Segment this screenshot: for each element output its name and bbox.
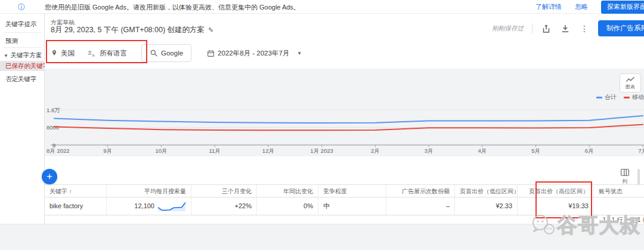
date-range-filter[interactable]: 2022年8月 - 2023年7月 ▼ bbox=[207, 49, 302, 58]
svg-text:2月: 2月 bbox=[371, 147, 380, 154]
cell-three-month-change: +22% bbox=[191, 197, 256, 215]
svg-text:4月: 4月 bbox=[478, 147, 487, 154]
trend-chart-panel: 1.6万800008月 20229月10月11月12月1月 20232月3月4月… bbox=[45, 69, 644, 156]
table-row[interactable]: bike factory 12,100 +22% 0% 中 – ¥2.33 ¥1… bbox=[45, 197, 644, 215]
cell-avg-monthly-searches: 12,100 bbox=[106, 197, 191, 215]
legend-total[interactable]: 合计 bbox=[596, 93, 617, 101]
header-keyword[interactable]: 关键字↑ bbox=[45, 185, 106, 197]
dismiss-link[interactable]: 忽略 bbox=[575, 2, 588, 11]
sort-ascending-icon: ↑ bbox=[69, 189, 72, 195]
svg-text:1月 2023: 1月 2023 bbox=[310, 147, 333, 154]
header-three-month-change[interactable]: 三个月变化 bbox=[191, 185, 256, 197]
cell-ad-impression-share: – bbox=[386, 197, 454, 215]
svg-text:8月 2022: 8月 2022 bbox=[47, 147, 70, 154]
pagination-label: 1 - 1 行，共 1 行 bbox=[602, 216, 644, 224]
keywords-table: 关键字↑ 平均每月搜索量 三个月变化 年同比变化 竞争程度 广告展示次数份额 页… bbox=[45, 184, 644, 215]
svg-text:12月: 12月 bbox=[262, 147, 274, 154]
header-account-status[interactable]: 账号状态 bbox=[593, 185, 644, 197]
add-keywords-button[interactable]: + bbox=[42, 169, 57, 184]
svg-text:11月: 11月 bbox=[209, 147, 220, 154]
explore-new-ui-button[interactable]: 探索新版界面 bbox=[601, 1, 644, 14]
download-icon[interactable] bbox=[560, 23, 571, 34]
more-options-icon[interactable]: ⋮ bbox=[579, 24, 590, 33]
svg-text:7月: 7月 bbox=[639, 147, 644, 154]
line-chart-icon bbox=[626, 76, 635, 83]
cell-account-status bbox=[593, 197, 644, 215]
filter-bar: 美国 文 A 所有语言 Google 2022年8月 - 2023年7月 ▼ bbox=[51, 44, 302, 62]
svg-text:5月: 5月 bbox=[531, 147, 540, 154]
search-network-icon bbox=[150, 49, 158, 57]
location-filter[interactable]: 美国 bbox=[51, 49, 75, 58]
sidebar-item-negative-keywords[interactable]: 否定关键字 bbox=[0, 74, 45, 84]
svg-text:1.6万: 1.6万 bbox=[47, 107, 60, 113]
sidebar-item-saved-keywords[interactable]: 已保存的关键字 bbox=[0, 61, 45, 71]
cell-yoy-change: 0% bbox=[256, 197, 318, 215]
language-filter[interactable]: 文 A 所有语言 bbox=[88, 49, 127, 58]
header-top-bid-low[interactable]: 页首出价（低位区间） bbox=[454, 185, 517, 197]
sidebar-item-keyword-plan[interactable]: ▼ 关键字方案 bbox=[0, 50, 45, 60]
cell-keyword: bike factory bbox=[45, 197, 106, 215]
svg-text:9月: 9月 bbox=[103, 147, 112, 154]
network-filter[interactable]: Google bbox=[141, 44, 191, 62]
banner-text: 您使用的是旧版 Google Ads。请改用新版，以体验更高效、信息更集中的 G… bbox=[45, 3, 300, 12]
table-header-row: 关键字↑ 平均每月搜索量 三个月变化 年同比变化 竞争程度 广告展示次数份额 页… bbox=[45, 184, 644, 197]
columns-icon bbox=[621, 169, 629, 176]
svg-text:A: A bbox=[92, 53, 95, 57]
cell-competition: 中 bbox=[318, 197, 386, 215]
calendar-icon bbox=[207, 50, 215, 57]
header-yoy-change[interactable]: 年同比变化 bbox=[256, 185, 318, 197]
info-icon: ⓘ bbox=[18, 2, 25, 13]
legend-swatch bbox=[624, 97, 630, 98]
share-icon[interactable] bbox=[541, 23, 552, 34]
plan-title: 8月 29, 2023, 5 下午 (GMT+08:00) 创建的方案✎ bbox=[51, 25, 213, 35]
cell-top-bid-high: ¥19.33 bbox=[517, 197, 593, 215]
svg-text:文: 文 bbox=[88, 50, 92, 55]
translate-icon: 文 A bbox=[88, 50, 97, 57]
saved-status: 刚刚保存过 bbox=[493, 24, 524, 33]
vertical-scrollbar-thumb[interactable] bbox=[637, 169, 640, 185]
header-avg-monthly-searches[interactable]: 平均每月搜索量 bbox=[106, 185, 191, 197]
edit-pencil-icon[interactable]: ✎ bbox=[208, 26, 213, 33]
svg-text:6月: 6月 bbox=[585, 147, 594, 154]
search-volume-line-chart: 1.6万800008月 20229月10月11月12月1月 20232月3月4月… bbox=[45, 69, 644, 156]
sidebar-item-forecasts[interactable]: 预测 bbox=[0, 36, 45, 46]
header-ad-impression-share[interactable]: 广告展示次数份额 bbox=[386, 185, 454, 197]
svg-text:3月: 3月 bbox=[425, 147, 434, 154]
sidebar-divider bbox=[4, 47, 41, 48]
header-competition[interactable]: 竞争程度 bbox=[318, 185, 386, 197]
plan-actions: 刚刚保存过 ⋮ 制作广告系列 bbox=[493, 20, 644, 36]
search-trend-sparkline bbox=[157, 201, 186, 212]
cell-top-bid-low: ¥2.33 bbox=[454, 197, 517, 215]
svg-text:10月: 10月 bbox=[155, 147, 167, 154]
sidebar-divider bbox=[4, 32, 41, 33]
chart-legend: 合计 移动设备 bbox=[596, 93, 644, 101]
old-version-banner: ⓘ 您使用的是旧版 Google Ads。请改用新版，以体验更高效、信息更集中的… bbox=[0, 0, 644, 14]
banner-actions: 了解详情 忽略 探索新版界面 bbox=[535, 0, 644, 14]
columns-control[interactable]: 列 bbox=[618, 169, 631, 186]
learn-more-link[interactable]: 了解详情 bbox=[535, 2, 562, 11]
header-top-bid-high[interactable]: 页首出价（高位区间） bbox=[517, 185, 593, 197]
create-campaign-button[interactable]: 制作广告系列 bbox=[598, 20, 644, 36]
bottom-strip bbox=[0, 224, 644, 250]
location-pin-icon bbox=[51, 49, 58, 57]
sidebar-item-keyword-ideas[interactable]: 关键字提示 bbox=[0, 19, 45, 29]
legend-swatch bbox=[596, 97, 602, 98]
chevron-down-icon: ▼ bbox=[4, 53, 8, 58]
sidebar: 关键字提示 预测 ▼ 关键字方案 已保存的关键字 否定关键字 bbox=[0, 14, 45, 224]
divider bbox=[532, 23, 532, 34]
chevron-down-icon: ▼ bbox=[297, 51, 302, 56]
chart-type-button[interactable]: 图表 bbox=[620, 73, 641, 92]
legend-mobile[interactable]: 移动设备 bbox=[624, 93, 644, 101]
google-ads-keyword-planner: ⓘ 您使用的是旧版 Google Ads。请改用新版，以体验更高效、信息更集中的… bbox=[0, 0, 644, 250]
